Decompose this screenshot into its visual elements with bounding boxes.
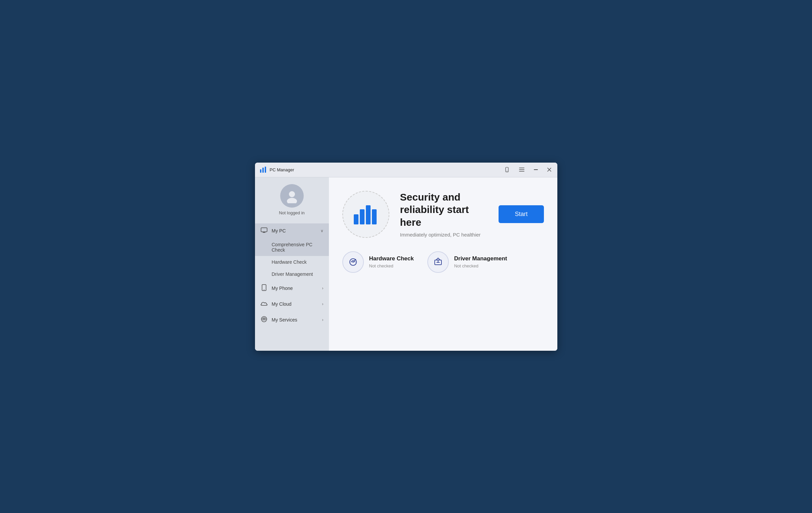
my-services-chevron: › (322, 317, 323, 322)
svg-rect-21 (366, 205, 371, 224)
hero-logo-circle (342, 191, 389, 238)
driver-management-info: Driver Management Not checked (454, 255, 507, 268)
hero-text: Security and reliability start here Imme… (400, 191, 488, 238)
titlebar-logo: PC Manager (259, 166, 502, 174)
sidebar-item-label-my-pc: My PC (272, 228, 316, 233)
driver-management-title: Driver Management (454, 255, 507, 262)
phone-button[interactable] (502, 166, 512, 174)
svg-rect-19 (354, 214, 358, 224)
driver-management-card[interactable]: Driver Management Not checked (427, 251, 507, 273)
close-button[interactable] (545, 166, 553, 173)
avatar (280, 184, 304, 208)
sidebar-item-my-phone[interactable]: My Phone › (255, 280, 329, 297)
svg-rect-1 (262, 168, 264, 173)
sidebar: Not logged in My PC ∨ (255, 177, 329, 351)
svg-rect-20 (360, 209, 365, 224)
start-button[interactable]: Start (498, 205, 544, 223)
sidebar-item-comprehensive[interactable]: Comprehensive PC Check (255, 238, 329, 256)
cards-section: Hardware Check Not checked (342, 251, 544, 273)
svg-rect-0 (260, 169, 261, 173)
sidebar-item-hardware-check[interactable]: Hardware Check (255, 256, 329, 268)
hardware-check-card[interactable]: Hardware Check Not checked (342, 251, 414, 273)
my-pc-chevron: ∨ (320, 228, 323, 233)
driver-management-icon-circle (427, 251, 449, 273)
sidebar-item-my-cloud[interactable]: My Cloud › (255, 297, 329, 312)
svg-line-25 (354, 259, 356, 261)
svg-point-12 (287, 198, 297, 203)
sidebar-item-label-my-services: My Services (272, 317, 318, 322)
sidebar-item-driver-management[interactable]: Driver Management (255, 268, 329, 280)
my-services-icon (260, 316, 268, 324)
svg-rect-8 (534, 169, 538, 170)
svg-point-24 (352, 261, 354, 263)
driver-management-status: Not checked (454, 263, 507, 268)
my-cloud-chevron: › (322, 302, 323, 306)
my-pc-icon (260, 227, 268, 234)
svg-rect-6 (519, 169, 524, 170)
hardware-check-info: Hardware Check Not checked (369, 255, 414, 268)
hardware-check-title: Hardware Check (369, 255, 414, 262)
svg-rect-2 (265, 167, 266, 173)
app-logo-icon (259, 166, 267, 174)
svg-rect-22 (372, 209, 377, 224)
sidebar-item-my-services[interactable]: My Services › (255, 312, 329, 328)
profile-section: Not logged in (255, 184, 329, 215)
app-title: PC Manager (270, 167, 294, 172)
hero-subtext: Immediately optimized, PC healthier (400, 232, 488, 237)
svg-rect-7 (519, 171, 524, 172)
hero-section: Security and reliability start here Imme… (342, 191, 544, 238)
my-pc-subitems: Comprehensive PC Check Hardware Check Dr… (255, 238, 329, 280)
menu-button[interactable] (517, 166, 526, 173)
titlebar: PC Manager (255, 163, 557, 177)
sidebar-nav: My PC ∨ Comprehensive PC Check Hardware … (255, 223, 329, 351)
sidebar-item-my-pc[interactable]: My PC ∨ (255, 223, 329, 238)
svg-rect-5 (519, 168, 524, 168)
svg-rect-13 (261, 228, 267, 232)
svg-point-11 (289, 191, 295, 197)
minimize-button[interactable] (532, 168, 540, 171)
svg-point-4 (506, 171, 507, 172)
my-phone-chevron: › (322, 286, 323, 291)
svg-point-17 (264, 289, 264, 290)
hardware-check-status: Not checked (369, 263, 414, 268)
my-cloud-icon (260, 301, 268, 308)
app-window: PC Manager (255, 163, 557, 351)
login-status: Not logged in (279, 210, 305, 215)
sidebar-item-label-my-phone: My Phone (272, 286, 318, 291)
hardware-check-icon-circle (342, 251, 364, 273)
main-content: Security and reliability start here Imme… (329, 177, 557, 351)
sidebar-item-label-my-cloud: My Cloud (272, 301, 318, 307)
hero-heading: Security and reliability start here (400, 191, 488, 229)
my-phone-icon (260, 284, 268, 293)
main-layout: Not logged in My PC ∨ (255, 177, 557, 351)
window-controls (502, 166, 553, 174)
